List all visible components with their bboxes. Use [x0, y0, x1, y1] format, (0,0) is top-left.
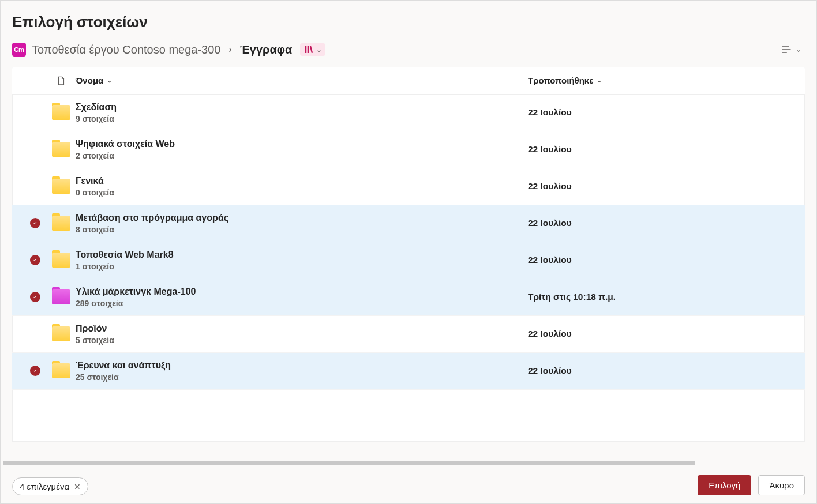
cancel-button[interactable]: Άκυρο	[758, 475, 805, 495]
folder-icon	[52, 326, 70, 341]
row-name: Σχεδίαση	[76, 101, 117, 114]
row-item-count: 5 στοιχεία	[76, 335, 114, 345]
row-name: Μετάβαση στο πρόγραμμα αγοράς	[76, 212, 228, 224]
breadcrumb-parent[interactable]: Τοποθεσία έργου Contoso mega-300	[32, 43, 220, 57]
chevron-down-icon: ⌄	[107, 77, 112, 84]
row-item-count: 9 στοιχεία	[76, 114, 117, 124]
table-row[interactable]: Τοποθεσία Web Mark8 1 στοιχείο 22 Ιουλίο…	[12, 242, 805, 279]
row-name: Υλικά μάρκετινγκ Mega-100	[76, 286, 196, 298]
table-row[interactable]: Μετάβαση στο πρόγραμμα αγοράς 8 στοιχεία…	[12, 205, 805, 242]
row-modified: 22 Ιουλίου	[528, 255, 572, 265]
row-name: Έρευνα και ανάπτυξη	[76, 360, 171, 372]
row-name: Προϊόν	[76, 323, 114, 335]
library-icon	[303, 44, 314, 55]
table-row[interactable]: Σχεδίαση 9 στοιχεία 22 Ιουλίου	[12, 95, 805, 131]
row-item-count: 0 στοιχεία	[76, 187, 114, 198]
folder-icon	[52, 142, 70, 157]
row-item-count: 2 στοιχεία	[76, 151, 175, 161]
table-row[interactable]: Ψηφιακά στοιχεία Web 2 στοιχεία 22 Ιουλί…	[12, 131, 805, 168]
row-modified: Τρίτη στις 10:18 π.μ.	[528, 292, 616, 302]
column-header-name[interactable]: Όνομα ⌄	[76, 76, 528, 85]
row-modified: 22 Ιουλίου	[528, 366, 572, 376]
selected-check-icon[interactable]	[30, 366, 40, 376]
list-view-icon	[781, 44, 792, 55]
file-listing: Όνομα ⌄ Τροποποιήθηκε ⌄ Σχεδίαση 9 στοιχ…	[12, 67, 805, 442]
row-item-count: 25 στοιχεία	[76, 372, 171, 382]
chevron-right-icon: ›	[226, 44, 234, 55]
chevron-down-icon: ⌄	[316, 46, 322, 54]
dialog-title: Επιλογή στοιχείων	[1, 1, 816, 37]
column-header-modified[interactable]: Τροποποιήθηκε ⌄	[528, 76, 793, 85]
dialog-footer: 4 επιλεγμένα ✕ Επιλογή Άκυρο	[1, 456, 816, 503]
row-modified: 22 Ιουλίου	[528, 181, 572, 191]
site-icon: Cm	[12, 43, 26, 57]
row-name: Γενικά	[76, 175, 114, 187]
chevron-down-icon: ⌄	[796, 46, 801, 54]
folder-icon	[52, 253, 70, 268]
folder-icon	[52, 179, 70, 194]
table-row[interactable]: Γενικά 0 στοιχεία 22 Ιουλίου	[12, 168, 805, 205]
selected-check-icon[interactable]	[30, 292, 40, 302]
row-modified: 22 Ιουλίου	[528, 218, 572, 228]
row-item-count: 8 στοιχεία	[76, 224, 228, 235]
row-item-count: 289 στοιχεία	[76, 298, 196, 309]
list-header: Όνομα ⌄ Τροποποιήθηκε ⌄	[12, 67, 805, 95]
folder-icon	[52, 363, 70, 378]
selection-summary-label: 4 επιλεγμένα	[20, 482, 69, 491]
row-name: Τοποθεσία Web Mark8	[76, 249, 174, 261]
selected-check-icon[interactable]	[30, 255, 40, 265]
clear-selection-icon[interactable]: ✕	[74, 482, 81, 491]
breadcrumb-current: Έγγραφα	[240, 43, 293, 57]
view-switcher[interactable]: ⌄	[777, 40, 805, 59]
horizontal-scrollbar[interactable]	[3, 461, 695, 465]
row-name: Ψηφιακά στοιχεία Web	[76, 138, 175, 151]
row-modified: 22 Ιουλίου	[528, 144, 572, 155]
column-header-name-label: Όνομα	[76, 76, 103, 85]
row-item-count: 1 στοιχείο	[76, 261, 174, 272]
library-picker[interactable]: ⌄	[300, 43, 325, 56]
folder-icon	[52, 216, 70, 231]
document-icon	[56, 74, 66, 87]
folder-icon	[52, 289, 70, 304]
column-header-modified-label: Τροποποιήθηκε	[528, 76, 593, 85]
row-modified: 22 Ιουλίου	[528, 329, 572, 339]
table-row[interactable]: Έρευνα και ανάπτυξη 25 στοιχεία 22 Ιουλί…	[12, 353, 805, 390]
breadcrumb: Cm Τοποθεσία έργου Contoso mega-300 › Έγ…	[1, 37, 816, 67]
selection-summary-pill[interactable]: 4 επιλεγμένα ✕	[12, 477, 88, 495]
table-row[interactable]: Υλικά μάρκετινγκ Mega-100 289 στοιχεία Τ…	[12, 279, 805, 316]
folder-icon	[52, 105, 70, 120]
chevron-down-icon: ⌄	[597, 77, 602, 84]
column-type-icon[interactable]	[47, 74, 76, 87]
row-modified: 22 Ιουλίου	[528, 107, 572, 118]
select-button[interactable]: Επιλογή	[698, 475, 751, 495]
table-row[interactable]: Προϊόν 5 στοιχεία 22 Ιουλίου	[12, 316, 805, 353]
selected-check-icon[interactable]	[30, 218, 40, 228]
